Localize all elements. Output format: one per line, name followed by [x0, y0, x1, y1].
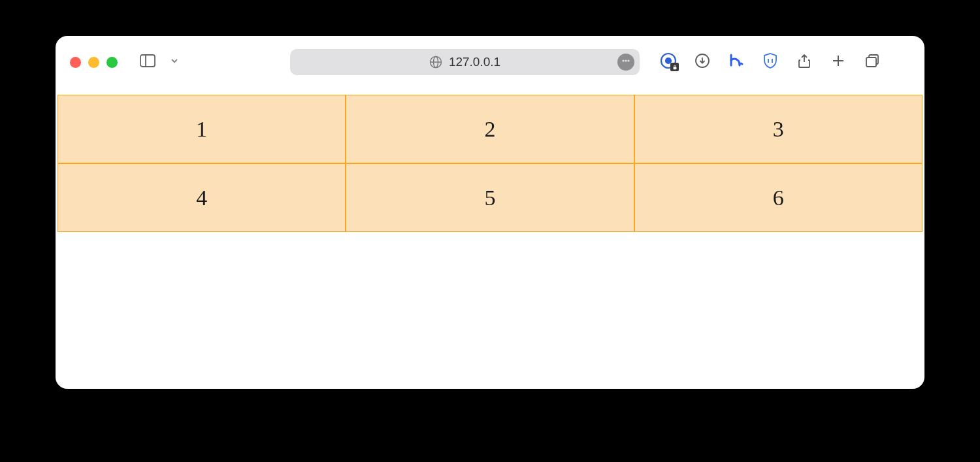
new-tab-button[interactable] [829, 53, 847, 71]
globe-icon [429, 56, 442, 69]
grid-cell: 4 [57, 163, 346, 232]
sidebar-icon [140, 54, 155, 70]
share-icon [796, 53, 812, 71]
tab-overview-button[interactable] [863, 53, 881, 71]
close-window-button[interactable] [70, 57, 81, 68]
grid-cell: 2 [346, 95, 634, 163]
extension-honey-button[interactable] [727, 53, 745, 71]
grid-container: 1 2 3 4 5 6 [57, 95, 923, 232]
chevron-down-icon [170, 56, 179, 68]
tab-dropdown-button[interactable] [170, 56, 179, 68]
address-text: 127.0.0.1 [449, 55, 500, 69]
svg-point-6 [625, 59, 627, 61]
honey-icon [728, 52, 745, 72]
grid-cell: 3 [634, 95, 923, 163]
tabs-icon [864, 53, 880, 71]
page-content: 1 2 3 4 5 6 [56, 88, 924, 239]
page-actions-button[interactable] [617, 54, 634, 71]
svg-rect-17 [866, 58, 876, 67]
grid-cell: 6 [634, 163, 923, 232]
svg-point-7 [627, 59, 629, 61]
grid-cell: 1 [57, 95, 346, 163]
grid-cell: 5 [346, 163, 634, 232]
ellipsis-icon [621, 56, 631, 69]
svg-point-5 [622, 59, 624, 61]
extension-button-1[interactable] [659, 53, 678, 71]
share-button[interactable] [795, 53, 813, 71]
downloads-button[interactable] [693, 53, 711, 71]
address-bar[interactable]: 127.0.0.1 [290, 49, 640, 75]
browser-window: 127.0.0.1 [56, 36, 924, 389]
svg-rect-10 [673, 67, 676, 69]
extension-shield-button[interactable] [761, 53, 779, 71]
toolbar-right-icons [659, 53, 881, 71]
lock-badge-icon [670, 63, 679, 71]
svg-rect-0 [140, 55, 155, 67]
plus-icon [830, 53, 846, 71]
download-icon [694, 53, 710, 71]
sidebar-toggle-button[interactable] [139, 55, 157, 69]
maximize-window-button[interactable] [106, 57, 118, 68]
browser-toolbar: 127.0.0.1 [56, 36, 924, 88]
window-controls [70, 57, 118, 68]
minimize-window-button[interactable] [88, 57, 99, 68]
shield-icon [762, 52, 778, 72]
